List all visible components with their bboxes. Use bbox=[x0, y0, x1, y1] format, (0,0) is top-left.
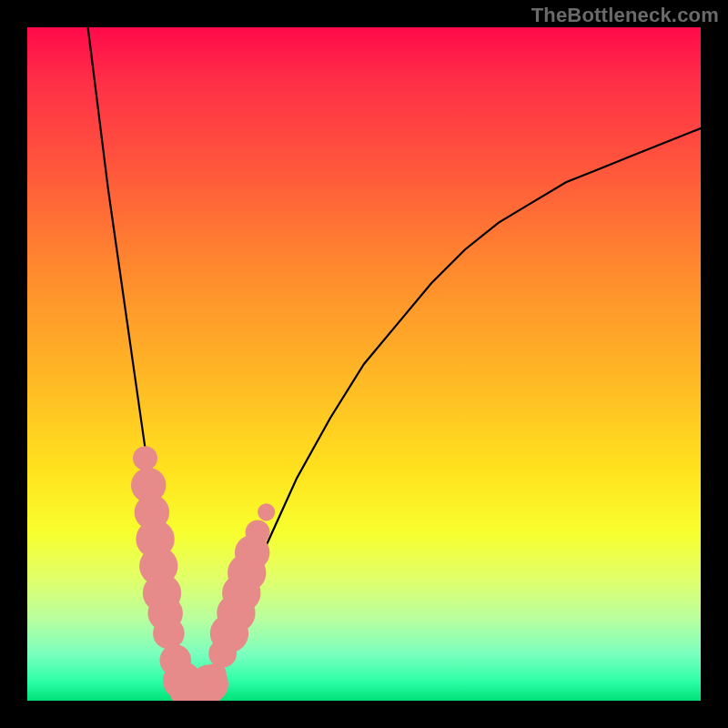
curve-marker bbox=[153, 618, 185, 650]
curve-marker bbox=[246, 521, 270, 545]
plot-area bbox=[27, 27, 701, 701]
curve-svg bbox=[27, 27, 701, 701]
chart-frame: TheBottleneck.com bbox=[0, 0, 728, 728]
curve-marker bbox=[258, 503, 275, 521]
curve-markers bbox=[131, 446, 275, 701]
curve-marker bbox=[133, 446, 157, 470]
watermark-text: TheBottleneck.com bbox=[531, 4, 719, 27]
